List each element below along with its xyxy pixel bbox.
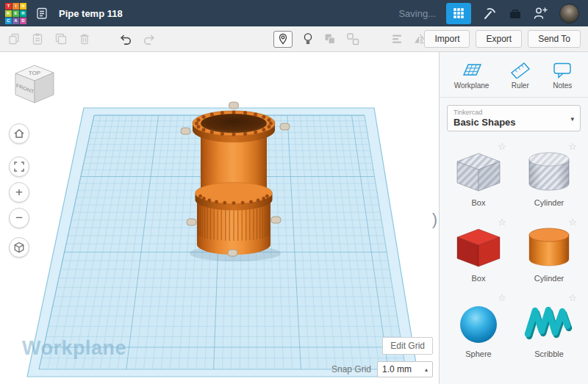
fit-view-button[interactable]	[9, 156, 29, 177]
favorite-star-icon[interactable]: ☆	[568, 217, 577, 228]
show-all-button[interactable]	[273, 31, 293, 48]
3d-viewport: TOP FRONT + − Workplane Edit Grid Snap G…	[0, 52, 439, 384]
3d-canvas[interactable]	[0, 52, 439, 384]
undo-icon[interactable]	[119, 32, 132, 46]
cylinder-hole-thumbnail	[520, 149, 578, 196]
lightbulb-icon[interactable]	[302, 32, 314, 46]
panel-collapse-handle[interactable]: )	[430, 203, 440, 236]
logo-tile: I	[12, 3, 19, 10]
scribble-thumbnail	[520, 300, 578, 347]
shape-cell-cylinder-hole[interactable]: ☆ Cylinder	[517, 140, 581, 207]
notes-tool-icon	[551, 61, 573, 79]
tinkercad-logo[interactable]: T I N K E R C A D	[5, 3, 26, 24]
shape-cell-sphere[interactable]: ☆ Sphere	[447, 291, 510, 358]
logo-tile: N	[20, 3, 26, 10]
home-icon	[12, 126, 26, 141]
tool-label: Notes	[553, 81, 572, 90]
zoom-out-button[interactable]: −	[9, 208, 29, 228]
category-kicker: Tinkercad	[453, 109, 574, 117]
shape-label: Sphere	[465, 349, 491, 358]
perspective-toggle-button[interactable]	[9, 237, 29, 258]
shape-label: Scribble	[534, 349, 564, 358]
cylinder-thumbnail	[520, 225, 578, 272]
apps-grid-icon	[453, 8, 464, 18]
home-view-button[interactable]	[9, 123, 29, 144]
design-list-icon[interactable]	[35, 7, 49, 20]
copy-icon[interactable]	[7, 32, 21, 46]
duplicate-icon[interactable]	[54, 32, 68, 46]
ruler-tool-icon	[509, 61, 531, 79]
tool-ruler[interactable]: Ruler	[509, 61, 531, 90]
logo-tile: D	[20, 18, 26, 24]
snap-grid-caret-icon: ▴	[425, 366, 428, 373]
export-button[interactable]: Export	[476, 30, 522, 48]
logo-tile: C	[5, 18, 12, 24]
import-button[interactable]: Import	[424, 30, 470, 48]
chevron-down-icon: ▾	[570, 115, 574, 123]
tool-label: Ruler	[512, 81, 529, 90]
shape-cell-cylinder[interactable]: ☆ Cylinder	[517, 216, 581, 283]
workplane-tool-icon	[461, 61, 483, 79]
category-value: Basic Shapes	[453, 117, 574, 128]
favorite-star-icon[interactable]: ☆	[568, 141, 577, 152]
snap-grid-select[interactable]: 1.0 mm ▴	[377, 361, 433, 377]
shape-category-dropdown[interactable]: Tinkercad Basic Shapes ▾	[447, 105, 581, 131]
view-cube[interactable]: TOP FRONT	[10, 58, 59, 106]
favorite-star-icon[interactable]: ☆	[498, 292, 506, 303]
logo-tile: K	[5, 10, 12, 17]
minus-icon: −	[15, 211, 23, 225]
shape-cell-scribble[interactable]: ☆ Scribble	[517, 291, 581, 358]
design-title[interactable]: Pipe temp 118	[59, 8, 123, 19]
shape-label: Cylinder	[534, 274, 564, 283]
favorite-star-icon[interactable]: ☆	[498, 217, 506, 228]
shape-gallery: ☆ Box ☆ Cylinder ☆	[440, 137, 588, 361]
saving-status: Saving...	[398, 8, 436, 19]
invite-person-icon[interactable]	[533, 6, 549, 21]
logo-tile: A	[12, 18, 19, 24]
favorite-star-icon[interactable]: ☆	[498, 141, 506, 152]
shape-label: Box	[472, 274, 486, 283]
shape-cell-box-hole[interactable]: ☆ Box	[447, 140, 510, 207]
favorite-star-icon[interactable]: ☆	[568, 292, 577, 303]
box-thumbnail	[449, 225, 508, 272]
show-all-pin-icon	[278, 33, 288, 46]
tool-label: Workplane	[454, 81, 490, 90]
zoom-in-button[interactable]: +	[9, 182, 29, 203]
tool-workplane[interactable]: Workplane	[454, 61, 490, 90]
sphere-thumbnail	[449, 300, 508, 347]
ungroup-icon[interactable]	[346, 32, 359, 46]
redo-icon[interactable]	[143, 32, 156, 46]
align-icon[interactable]	[390, 32, 404, 46]
shape-cell-box[interactable]: ☆ Box	[447, 216, 510, 283]
box-hole-thumbnail	[449, 149, 508, 196]
logo-tile: T	[5, 3, 12, 10]
logo-tile: R	[20, 10, 26, 17]
user-avatar[interactable]	[559, 4, 579, 23]
tool-notes[interactable]: Notes	[551, 61, 573, 90]
shape-label: Box	[472, 198, 486, 207]
snap-grid-value: 1.0 mm	[382, 364, 412, 374]
snap-grid-label: Snap Grid	[331, 364, 371, 374]
paste-icon[interactable]	[31, 32, 44, 46]
edit-toolbar: Import Export Send To	[0, 26, 588, 52]
group-icon[interactable]	[323, 32, 337, 46]
tinker-pickaxe-icon[interactable]	[481, 6, 498, 21]
apps-grid-button[interactable]	[446, 3, 471, 24]
panel-tools-row: Workplane Ruler Notes	[440, 52, 588, 98]
briefcase-icon[interactable]	[508, 7, 523, 21]
delete-icon[interactable]	[78, 32, 91, 46]
top-bar: T I N K E R C A D Pipe temp 118 Saving..…	[0, 0, 588, 26]
viewcube-top-label: TOP	[29, 70, 40, 76]
shapes-panel: ) Workplane Ruler Notes Tinkercad Basic …	[439, 52, 588, 384]
shape-label: Cylinder	[534, 198, 564, 207]
logo-tile: E	[12, 10, 19, 17]
perspective-cube-icon	[12, 240, 26, 255]
send-to-button[interactable]: Send To	[528, 30, 581, 48]
edit-grid-button[interactable]: Edit Grid	[382, 337, 433, 355]
fit-view-icon	[12, 159, 26, 174]
plus-icon: +	[15, 185, 23, 200]
